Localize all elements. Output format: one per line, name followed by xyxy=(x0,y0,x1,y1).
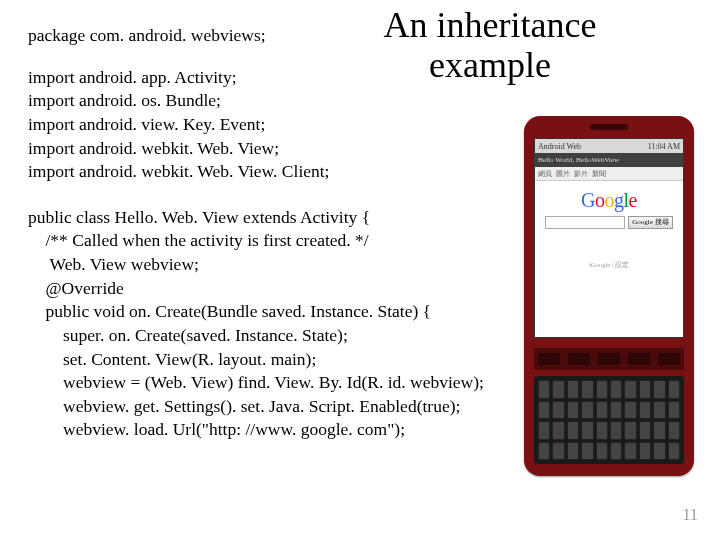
toolbar-link: 影片 xyxy=(574,169,588,179)
page-number: 11 xyxy=(683,506,698,524)
toolbar-link: 新聞 xyxy=(592,169,606,179)
toolbar-link: 圖片 xyxy=(556,169,570,179)
phone-hw-buttons xyxy=(534,348,684,370)
google-logo: Google xyxy=(541,189,677,212)
title-line-2: example xyxy=(429,45,551,85)
address-text: Hello World, HelloWebView xyxy=(538,156,619,164)
google-page: Google Google 搜尋 iGoogle | 設定 xyxy=(535,181,683,270)
slide-title: An inheritance example xyxy=(360,6,620,85)
status-app-name: Android Web xyxy=(538,142,581,151)
phone-speaker xyxy=(590,124,628,130)
google-footer: iGoogle | 設定 xyxy=(541,261,677,270)
address-bar: Hello World, HelloWebView xyxy=(535,153,683,167)
code-import: import android. os. Bundle; xyxy=(28,89,692,113)
toolbar-link: 網頁 xyxy=(538,169,552,179)
status-bar: Android Web 11:04 AM xyxy=(535,139,683,153)
phone-screen: Android Web 11:04 AM Hello World, HelloW… xyxy=(534,138,684,338)
search-input[interactable] xyxy=(545,216,625,229)
search-button[interactable]: Google 搜尋 xyxy=(628,216,672,229)
browser-toolbar: 網頁 圖片 影片 新聞 xyxy=(535,167,683,181)
title-line-1: An inheritance xyxy=(384,5,597,45)
status-time: 11:04 AM xyxy=(648,142,680,151)
phone-mockup: Android Web 11:04 AM Hello World, HelloW… xyxy=(524,116,694,476)
phone-keyboard xyxy=(534,376,684,464)
